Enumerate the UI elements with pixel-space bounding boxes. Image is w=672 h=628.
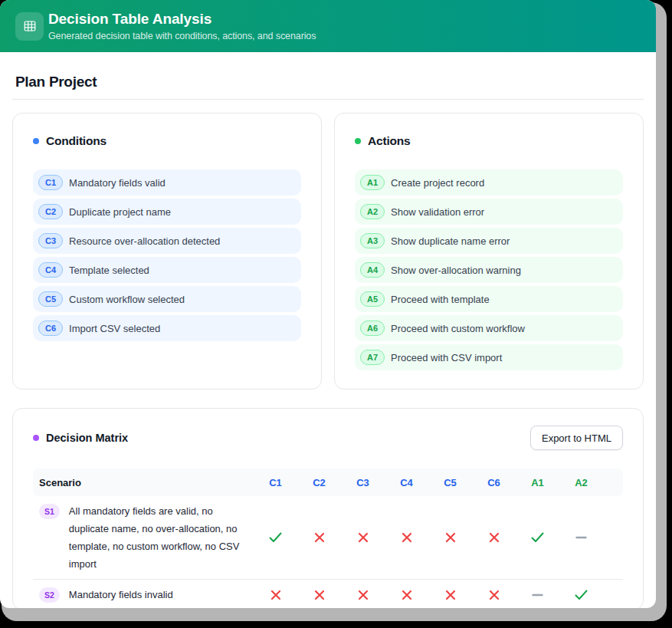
conditions-label: Custom workflow selected <box>69 294 185 305</box>
column-header-c1: C1 <box>254 477 297 488</box>
column-header-a2: A2 <box>559 477 603 488</box>
matrix-cell-cross-icon <box>428 590 472 600</box>
conditions-badge: C4 <box>38 262 63 278</box>
conditions-item-c3: C3Resource over-allocation detected <box>33 228 301 254</box>
matrix-row-s2: S2Mandatory fields invalid <box>33 579 623 608</box>
actions-item-a4: A4Show over-allocation warning <box>355 257 623 283</box>
conditions-item-c1: C1Mandatory fields valid <box>33 169 301 196</box>
conditions-card: Conditions C1Mandatory fields validC2Dup… <box>12 113 322 390</box>
conditions-badge: C2 <box>38 204 63 219</box>
app-window: Decision Table Analysis Generated decisi… <box>0 0 656 608</box>
matrix-cell-cross-icon <box>472 590 516 600</box>
conditions-list: C1Mandatory fields validC2Duplicate proj… <box>33 169 301 341</box>
conditions-badge: C5 <box>38 291 63 307</box>
header-banner: Decision Table Analysis Generated decisi… <box>0 0 656 52</box>
actions-label: Show duplicate name error <box>391 235 510 247</box>
scenario-cell: S2Mandatory fields invalid <box>33 586 254 603</box>
column-header-a1: A1 <box>516 477 559 488</box>
matrix-cell-check-icon <box>516 532 559 543</box>
page-title: Plan Project <box>15 74 641 90</box>
actions-item-a3: A3Show duplicate name error <box>355 228 623 254</box>
column-header-c2: C2 <box>297 477 341 488</box>
actions-header: Actions <box>355 134 623 148</box>
matrix-bullet-icon <box>33 435 39 441</box>
matrix-cell-cross-icon <box>254 590 297 600</box>
conditions-label: Import CSV selected <box>69 323 160 334</box>
matrix-cell-cross-icon <box>341 590 385 600</box>
matrix-cell-dash-icon <box>516 593 559 597</box>
actions-label: Create project record <box>391 177 484 189</box>
actions-label: Proceed with CSV import <box>391 352 502 363</box>
actions-card: Actions A1Create project recordA2Show va… <box>334 113 644 390</box>
actions-title: Actions <box>368 134 410 148</box>
scenario-badge: S2 <box>39 587 60 603</box>
decision-matrix-title: Decision Matrix <box>46 432 128 444</box>
decision-matrix-title-row: Decision Matrix <box>33 432 128 444</box>
actions-badge: A6 <box>360 321 385 336</box>
conditions-item-c6: C6Import CSV selected <box>33 315 301 341</box>
actions-item-a2: A2Show validation error <box>355 199 623 225</box>
actions-label: Show over-allocation warning <box>391 265 521 276</box>
column-header-c5: C5 <box>428 477 472 488</box>
matrix-cell-cross-icon <box>428 532 472 543</box>
actions-bullet-icon <box>355 138 361 144</box>
actions-badge: A5 <box>360 291 385 307</box>
matrix-cell-cross-icon <box>385 532 428 543</box>
conditions-badge: C3 <box>38 233 63 248</box>
actions-label: Proceed with custom workflow <box>391 323 525 334</box>
export-html-button[interactable]: Export to HTML <box>530 426 623 450</box>
actions-label: Show validation error <box>391 206 484 218</box>
matrix-cell-cross-icon <box>472 532 516 543</box>
conditions-label: Duplicate project name <box>69 206 171 218</box>
actions-item-a6: A6Proceed with custom workflow <box>355 315 623 341</box>
matrix-cell-dash-icon <box>559 536 603 539</box>
matrix-table-body: S1All mandatory fields are valid, no dup… <box>33 496 623 608</box>
scenario-cell: S1All mandatory fields are valid, no dup… <box>33 502 254 573</box>
actions-item-a7: A7Proceed with CSV import <box>355 344 623 370</box>
conditions-item-c2: C2Duplicate project name <box>33 199 301 225</box>
actions-item-a1: A1Create project record <box>355 169 623 196</box>
divider <box>12 99 644 100</box>
conditions-item-c4: C4Template selected <box>33 257 301 283</box>
actions-item-a5: A5Proceed with template <box>355 286 623 312</box>
actions-badge: A7 <box>360 350 385 365</box>
column-header-c6: C6 <box>472 477 516 488</box>
header-title: Decision Table Analysis <box>48 11 316 28</box>
actions-list: A1Create project recordA2Show validation… <box>355 169 623 370</box>
conditions-header: Conditions <box>33 134 301 148</box>
conditions-label: Resource over-allocation detected <box>69 235 220 247</box>
header-subtitle: Generated decision table with conditions… <box>48 31 316 41</box>
decision-matrix-header: Decision Matrix Export to HTML <box>33 426 623 450</box>
content-area: Plan Project Conditions C1Mandatory fiel… <box>0 74 656 608</box>
actions-badge: A4 <box>360 262 385 278</box>
column-header-c4: C4 <box>385 477 428 488</box>
column-header-c3: C3 <box>341 477 385 488</box>
matrix-cell-check-icon <box>254 532 297 543</box>
matrix-row-s1: S1All mandatory fields are valid, no dup… <box>33 496 623 579</box>
scenario-badge: S1 <box>39 504 60 519</box>
conditions-badge: C1 <box>38 175 63 190</box>
conditions-label: Template selected <box>69 265 149 276</box>
cards-grid: Conditions C1Mandatory fields validC2Dup… <box>12 113 644 390</box>
matrix-table-header: ScenarioC1C2C3C4C5C6A1A2 <box>33 469 623 496</box>
matrix-cell-cross-icon <box>385 590 428 600</box>
matrix-cell-cross-icon <box>341 532 385 543</box>
header-text: Decision Table Analysis Generated decisi… <box>48 11 316 41</box>
scenario-description: All mandatory fields are valid, no dupli… <box>69 502 243 573</box>
table-icon <box>15 12 44 41</box>
actions-badge: A1 <box>360 175 385 190</box>
matrix-cell-cross-icon <box>297 590 341 600</box>
conditions-badge: C6 <box>38 321 63 336</box>
actions-badge: A2 <box>360 204 385 219</box>
matrix-cell-check-icon <box>559 590 603 600</box>
scenario-description: Mandatory fields invalid <box>69 586 173 603</box>
actions-label: Proceed with template <box>391 294 490 305</box>
matrix-cell-cross-icon <box>297 532 341 543</box>
conditions-title: Conditions <box>46 134 107 148</box>
column-header-scenario: Scenario <box>33 477 254 488</box>
actions-badge: A3 <box>360 233 385 248</box>
conditions-item-c5: C5Custom workflow selected <box>33 286 301 312</box>
decision-matrix-card: Decision Matrix Export to HTML ScenarioC… <box>12 408 644 608</box>
conditions-label: Mandatory fields valid <box>69 177 166 189</box>
conditions-bullet-icon <box>33 138 39 144</box>
